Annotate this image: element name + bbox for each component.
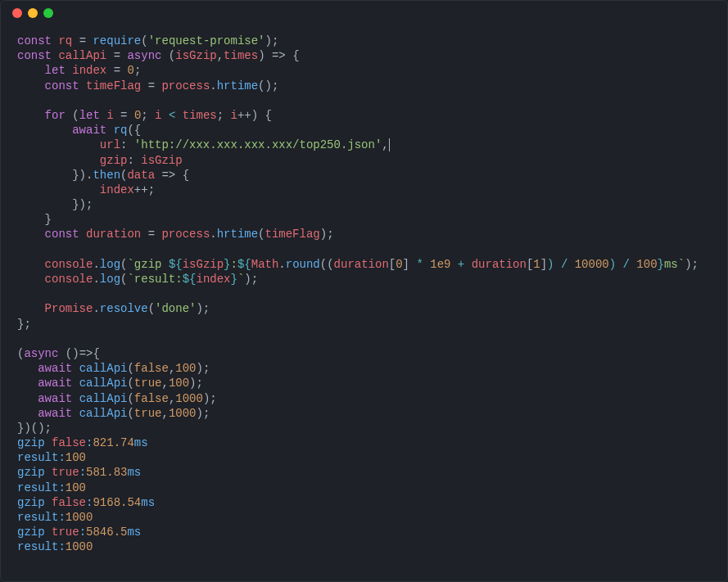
output-line: gzip false:821.74ms — [17, 436, 148, 449]
code-line: await rq({ — [17, 124, 141, 137]
code-line: })(); — [17, 422, 52, 435]
code-area[interactable]: const rq = require('request-promise'); c… — [1, 25, 727, 563]
code-line: await callApi(true,100); — [17, 377, 203, 390]
code-line: }; — [17, 318, 31, 331]
code-line: await callApi(false,1000); — [17, 392, 217, 405]
code-line: for (let i = 0; i < times; i++) { — [17, 109, 272, 122]
code-line: }); — [17, 198, 93, 211]
code-line: gzip: isGzip — [17, 154, 183, 167]
code-line: console.log(`gzip ${isGzip}:${Math.round… — [17, 258, 699, 271]
code-line: let index = 0; — [17, 64, 141, 77]
output-line: result:1000 — [17, 511, 93, 524]
code-line: (async ()=>{ — [17, 347, 100, 360]
code-line: const timeFlag = process.hrtime(); — [17, 79, 278, 92]
code-line: await callApi(true,1000); — [17, 407, 210, 420]
code-line: Promise.resolve('done'); — [17, 302, 210, 315]
output-line: result:100 — [17, 481, 86, 494]
maximize-icon[interactable] — [43, 8, 53, 18]
output-line: result:100 — [17, 451, 86, 464]
code-line: } — [17, 213, 52, 226]
output-line: gzip false:9168.54ms — [17, 496, 155, 509]
close-icon[interactable] — [12, 8, 22, 18]
output-line: gzip true:5846.5ms — [17, 526, 141, 539]
code-line: }).then(data => { — [17, 169, 189, 182]
output-line: result:1000 — [17, 540, 93, 553]
output-line: gzip true:581.83ms — [17, 466, 141, 479]
terminal-window: const rq = require('request-promise'); c… — [0, 0, 728, 582]
minimize-icon[interactable] — [28, 8, 38, 18]
window-titlebar — [1, 1, 727, 25]
code-line: index++; — [17, 183, 155, 196]
code-line: const rq = require('request-promise'); — [17, 34, 278, 47]
code-line: url: 'http://xxx.xxx.xxx.xxx/top250.json… — [17, 138, 390, 151]
code-line: const callApi = async (isGzip,times) => … — [17, 49, 300, 62]
code-line: const duration = process.hrtime(timeFlag… — [17, 228, 334, 241]
code-line: await callApi(false,100); — [17, 362, 210, 375]
code-line: console.log(`result:${index}`); — [17, 273, 258, 286]
